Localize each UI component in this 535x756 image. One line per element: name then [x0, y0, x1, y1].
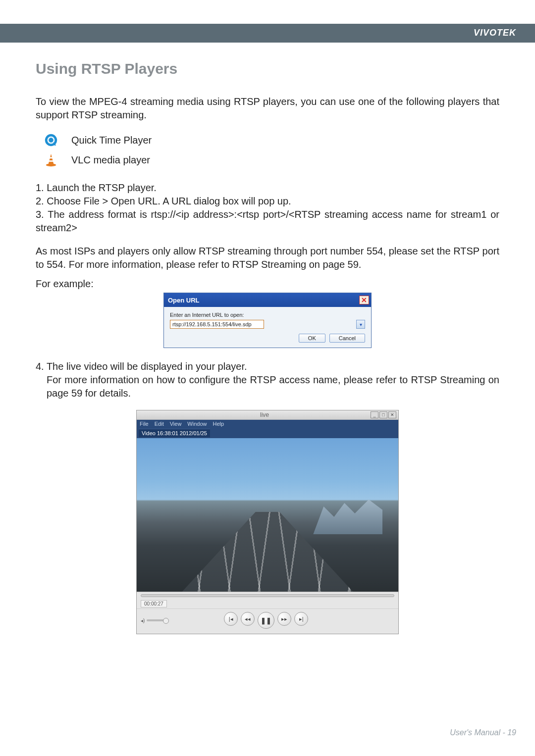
- note-paragraph: As most ISPs and players only allow RTSP…: [36, 245, 499, 271]
- menu-edit[interactable]: Edit: [155, 421, 164, 427]
- menu-file[interactable]: File: [140, 421, 149, 427]
- minimize-icon[interactable]: _: [371, 411, 378, 418]
- player-row-quicktime: Quick Time Player: [43, 132, 499, 149]
- section-title: Using RTSP Players: [36, 60, 499, 77]
- player-label: VLC media player: [71, 154, 150, 166]
- menu-view[interactable]: View: [170, 421, 182, 427]
- pause-icon[interactable]: ❚❚: [258, 612, 274, 629]
- media-controls: ◂) |◂ ◂◂ ❚❚ ▸▸ ▸|: [137, 608, 398, 634]
- step-3: 3. The address format is rtsp://<ip addr…: [36, 208, 499, 235]
- window-buttons: _ □ ✕: [371, 411, 396, 418]
- skip-back-icon[interactable]: |◂: [224, 612, 238, 626]
- media-titlebar: live _ □ ✕: [137, 410, 398, 420]
- svg-point-5: [46, 164, 56, 167]
- vlc-icon: [43, 151, 59, 168]
- dialog-title: Open URL: [168, 297, 200, 304]
- cancel-button[interactable]: Cancel: [329, 334, 365, 343]
- maximize-icon[interactable]: □: [379, 411, 387, 418]
- dialog-buttons: OK Cancel: [170, 334, 365, 343]
- rewind-icon[interactable]: ◂◂: [241, 612, 255, 626]
- dialog-titlebar: Open URL ✕: [164, 293, 371, 307]
- progress-bar[interactable]: [141, 594, 394, 597]
- dropdown-icon[interactable]: ▾: [356, 320, 365, 329]
- close-icon[interactable]: ✕: [388, 411, 396, 418]
- skip-forward-icon[interactable]: ▸|: [294, 612, 308, 626]
- forward-icon[interactable]: ▸▸: [277, 612, 291, 626]
- video-timestamp: Video 16:38:01 2012/01/25: [139, 429, 210, 437]
- page-footer: User's Manual - 19: [450, 728, 516, 737]
- video-frame: [137, 438, 398, 592]
- dialog-body: Enter an Internet URL to open: ▾ OK Canc…: [164, 307, 371, 348]
- transport-buttons: |◂ ◂◂ ❚❚ ▸▸ ▸|: [171, 612, 361, 629]
- steps-list: 1. Launch the RTSP player. 2. Choose Fil…: [36, 181, 499, 235]
- step-1: 1. Launch the RTSP player.: [36, 181, 499, 195]
- footer-text: User's Manual -: [450, 728, 507, 737]
- media-player-window: live _ □ ✕ File Edit View Window Help Vi…: [136, 410, 399, 634]
- player-label: Quick Time Player: [71, 135, 152, 146]
- dialog-figure: Open URL ✕ Enter an Internet URL to open…: [36, 293, 499, 348]
- ok-button[interactable]: OK: [299, 334, 325, 343]
- menu-window[interactable]: Window: [187, 421, 207, 427]
- step4-block: 4. The live video will be displayed in y…: [36, 360, 499, 400]
- svg-point-2: [49, 138, 53, 142]
- brand-label: VIVOTEK: [474, 28, 516, 38]
- page-number: 19: [507, 728, 516, 737]
- progress-area: 00:00:27: [137, 592, 398, 608]
- url-input[interactable]: [170, 320, 264, 329]
- close-icon[interactable]: ✕: [359, 296, 369, 304]
- svg-rect-3: [49, 157, 53, 158]
- page-content: Using RTSP Players To view the MPEG-4 st…: [0, 43, 535, 634]
- timestamp-row: Video 16:38:01 2012/01/25: [137, 428, 398, 438]
- open-url-dialog: Open URL ✕ Enter an Internet URL to open…: [163, 293, 372, 348]
- volume-slider[interactable]: [147, 619, 167, 621]
- speaker-icon: ◂): [141, 618, 145, 623]
- media-window-title: live: [159, 411, 371, 418]
- player-list: Quick Time Player VLC media player: [43, 132, 499, 168]
- step-4-line2: For more information on how to configure…: [36, 373, 499, 400]
- intro-paragraph: To view the MPEG-4 streaming media using…: [36, 95, 499, 122]
- quicktime-icon: [43, 132, 59, 149]
- menu-help[interactable]: Help: [213, 421, 224, 427]
- url-row: ▾: [170, 320, 365, 329]
- header-band: VIVOTEK: [0, 24, 535, 43]
- media-menubar: File Edit View Window Help: [137, 420, 398, 428]
- svg-rect-4: [49, 160, 53, 162]
- step-2: 2. Choose File > Open URL. A URL dialog …: [36, 195, 499, 208]
- player-row-vlc: VLC media player: [43, 151, 499, 168]
- media-player-figure: live _ □ ✕ File Edit View Window Help Vi…: [36, 410, 499, 634]
- elapsed-time: 00:00:27: [141, 600, 167, 607]
- example-label: For example:: [36, 278, 499, 290]
- volume-control[interactable]: ◂): [141, 618, 167, 623]
- dialog-field-label: Enter an Internet URL to open:: [170, 312, 365, 318]
- step-4-line1: 4. The live video will be displayed in y…: [36, 360, 499, 373]
